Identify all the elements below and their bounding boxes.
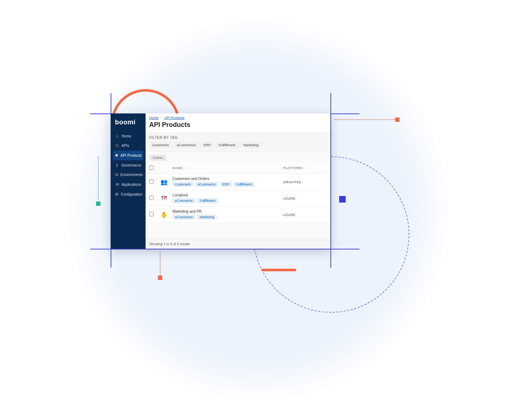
filter-section: FILTER BY TAG CustomerseCommerceERPFullf… [146, 132, 330, 152]
row-icon: ✋ [159, 210, 169, 219]
row-tag-list: eCommerceFullfillment [172, 198, 283, 203]
sidebar-item-home[interactable]: ⌂Home [113, 131, 143, 141]
row-checkbox[interactable] [149, 179, 154, 184]
decor-square-green [96, 201, 100, 206]
nav-icon: ✱ [115, 153, 118, 158]
products-table: NAME PLATFORM 👥Customers and OrdersCusto… [146, 163, 330, 223]
sidebar: boomi ⌂Home⬡APIs✱API Products⫿Governance… [111, 113, 146, 249]
decor-dots [334, 119, 395, 120]
row-tag[interactable]: eCommerce [172, 215, 195, 220]
row-tag[interactable]: Marketing [197, 215, 217, 220]
results-footer: Showing 1 to 3 of 3 results [146, 239, 330, 249]
select-all-checkbox[interactable] [149, 165, 154, 170]
filter-label: FILTER BY TAG [149, 136, 327, 140]
table-row[interactable]: ✋Marketing and PReCommerceMarketingAZURE [146, 207, 330, 223]
row-tag[interactable]: eCommerce [172, 198, 195, 203]
nav-icon: ⚙ [115, 192, 119, 197]
nav-icon: ⌂ [115, 134, 119, 138]
column-platform[interactable]: PLATFORM [283, 166, 327, 170]
row-checkbox[interactable] [149, 212, 154, 216]
filter-tag[interactable]: Fullfillment [216, 142, 238, 148]
nav-label: Home [122, 134, 131, 138]
table-row[interactable]: 🗺LocationseCommerceFullfillmentAZURE [146, 190, 330, 207]
row-tag-list: CustomerseCommerceERPFullfillment [172, 182, 283, 187]
row-platform: AZURE [283, 196, 327, 200]
delete-button[interactable]: Delete [149, 155, 166, 161]
decor-dots [160, 251, 160, 276]
nav-label: API Products [120, 153, 142, 157]
decor-square-blue [339, 196, 346, 203]
filter-tag[interactable]: eCommerce [174, 142, 199, 148]
brand-logo: boomi [113, 117, 143, 131]
app-window: boomi ⌂Home⬡APIs✱API Products⫿Governance… [111, 113, 330, 249]
row-tag[interactable]: Customers [172, 182, 194, 187]
nav-label: Applications [122, 183, 141, 187]
breadcrumb-sep: › [161, 116, 162, 120]
row-icon: 🗺 [159, 193, 169, 203]
row-checkbox[interactable] [149, 196, 154, 200]
sidebar-item-governance[interactable]: ⫿Governance [113, 160, 143, 170]
row-icon: 👥 [159, 177, 169, 187]
nav-label: Environments [120, 173, 143, 177]
row-tag[interactable]: ERP [220, 182, 232, 187]
filter-tag[interactable]: ERP [201, 142, 214, 148]
nav-icon: ⛁ [115, 172, 118, 177]
row-name: Marketing and PR [172, 209, 283, 213]
nav-label: Governance [122, 163, 141, 167]
page-title: API Products [146, 120, 330, 132]
filter-tag[interactable]: Marketing [241, 142, 262, 148]
sidebar-item-api-products[interactable]: ✱API Products [113, 151, 143, 160]
filter-tag-list: CustomerseCommerceERPFullfillmentMarketi… [149, 142, 327, 148]
row-tag[interactable]: eCommerce [195, 182, 218, 187]
nav-icon: ✉ [115, 182, 119, 187]
sidebar-item-apis[interactable]: ⬡APIs [113, 141, 143, 151]
table-header: NAME PLATFORM [146, 163, 330, 174]
table-row[interactable]: 👥Customers and OrdersCustomerseCommerceE… [146, 174, 330, 190]
breadcrumb-home[interactable]: Home [149, 116, 158, 120]
row-tag[interactable]: Fullfillment [197, 198, 218, 203]
nav-icon: ⫿ [115, 163, 119, 167]
sidebar-item-applications[interactable]: ✉Applications [113, 180, 143, 189]
decor-square-orange [395, 117, 400, 122]
nav-label: Configuration [121, 192, 142, 196]
sidebar-item-configuration[interactable]: ⚙Configuration [113, 189, 143, 199]
column-name[interactable]: NAME [172, 166, 283, 170]
decor-bar [261, 269, 296, 271]
decor-dots [98, 156, 99, 200]
row-platform: GRAVITEE [283, 180, 327, 184]
main-panel: Home › API Products API Products FILTER … [146, 113, 330, 249]
row-tag-list: eCommerceMarketing [172, 215, 283, 220]
breadcrumb: Home › API Products [146, 113, 330, 120]
row-name: Customers and Orders [172, 177, 283, 181]
filter-tag[interactable]: Customers [149, 142, 172, 148]
sidebar-item-environments[interactable]: ⛁Environments [113, 170, 143, 180]
row-name: Locations [172, 193, 283, 197]
row-tag[interactable]: Fullfillment [234, 182, 254, 187]
breadcrumb-current[interactable]: API Products [164, 116, 184, 120]
nav-icon: ⬡ [115, 143, 119, 148]
nav-label: APIs [122, 144, 129, 148]
decor-square-orange [158, 276, 162, 280]
row-platform: AZURE [283, 213, 327, 217]
